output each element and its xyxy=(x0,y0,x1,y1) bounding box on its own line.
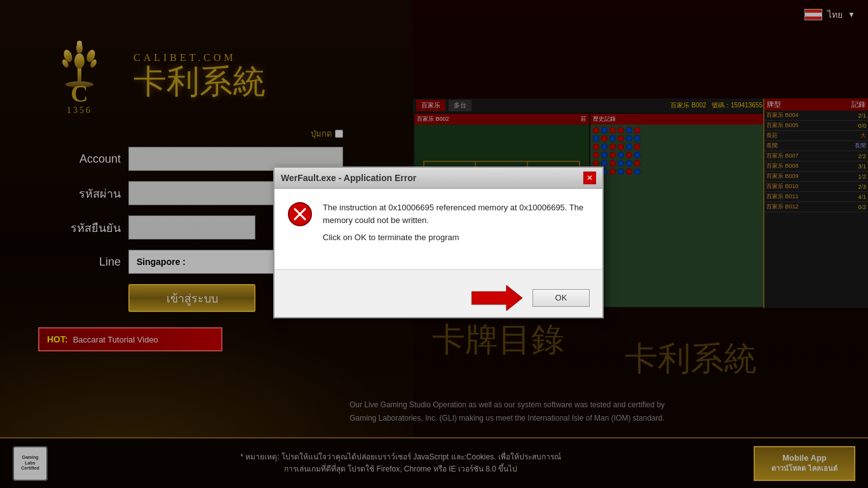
dialog-message2: Click on OK to terminate the program xyxy=(323,231,590,244)
error-icon xyxy=(287,201,313,227)
dialog-title: WerFault.exe - Application Error xyxy=(281,173,416,183)
dialog-message1: The instruction at 0x10006695 referenced… xyxy=(323,201,590,226)
error-dialog: WerFault.exe - Application Error ✕ The i… xyxy=(273,166,604,318)
dialog-overlay: WerFault.exe - Application Error ✕ The i… xyxy=(0,0,868,488)
dialog-footer: OK xyxy=(275,279,602,317)
dialog-close-button[interactable]: ✕ xyxy=(583,172,596,184)
svg-marker-12 xyxy=(471,285,522,311)
ok-arrow-icon xyxy=(471,285,522,311)
ok-button[interactable]: OK xyxy=(532,289,590,307)
dialog-separator xyxy=(275,269,602,270)
dialog-message-area: The instruction at 0x10006695 referenced… xyxy=(287,201,590,249)
dialog-titlebar: WerFault.exe - Application Error ✕ xyxy=(275,168,602,189)
dialog-text-area: The instruction at 0x10006695 referenced… xyxy=(323,201,590,249)
dialog-body: The instruction at 0x10006695 referenced… xyxy=(275,189,602,269)
